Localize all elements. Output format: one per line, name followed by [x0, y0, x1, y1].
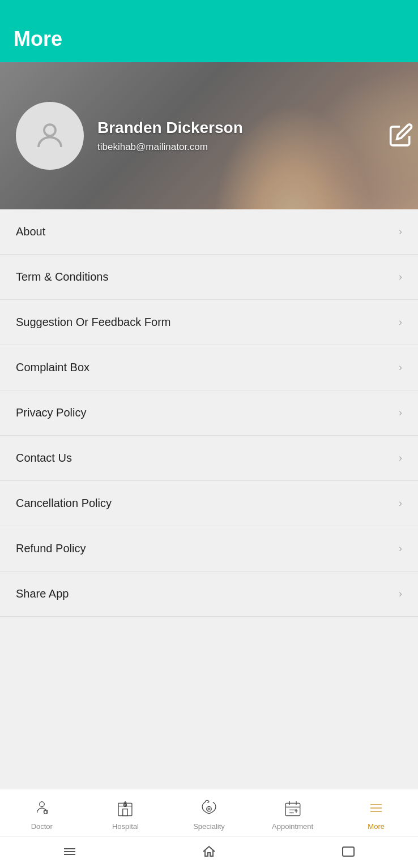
more-icon — [365, 797, 387, 819]
edit-profile-button[interactable] — [384, 118, 418, 154]
menu-item-complaint[interactable]: Complaint Box › — [0, 345, 418, 390]
nav-item-speciality[interactable]: Speciality — [167, 789, 251, 836]
nav-item-hospital[interactable]: Hospital — [84, 789, 168, 836]
menu-item-refund[interactable]: Refund Policy › — [0, 526, 418, 571]
android-nav-home[interactable] — [197, 839, 221, 866]
nav-label-doctor: Doctor — [31, 822, 53, 831]
menu-item-about[interactable]: About › — [0, 209, 418, 255]
nav-item-more[interactable]: More — [334, 789, 418, 836]
avatar — [16, 102, 84, 170]
svg-rect-6 — [123, 809, 128, 816]
page-header: More — [0, 0, 418, 62]
svg-rect-29 — [343, 847, 354, 856]
chevron-right-icon: › — [399, 452, 402, 464]
hospital-icon — [114, 797, 136, 819]
android-nav-back[interactable] — [336, 839, 361, 866]
android-nav-menu[interactable] — [57, 839, 82, 866]
doctor-icon — [31, 797, 53, 819]
profile-content: Branden Dickerson tibekihab@mailinator.c… — [16, 102, 402, 170]
svg-point-0 — [44, 124, 56, 136]
android-nav-bar — [0, 836, 418, 868]
nav-item-doctor[interactable]: Doctor — [0, 789, 84, 836]
bottom-nav: Doctor Hospital — [0, 789, 418, 836]
svg-rect-15 — [285, 803, 300, 816]
chevron-right-icon: › — [399, 362, 402, 373]
profile-banner: Branden Dickerson tibekihab@mailinator.c… — [0, 62, 418, 209]
nav-item-appointment[interactable]: Appointment — [251, 789, 335, 836]
chevron-right-icon: › — [399, 588, 402, 600]
chevron-right-icon: › — [399, 271, 402, 283]
menu-item-cancellation[interactable]: Cancellation Policy › — [0, 481, 418, 526]
menu-item-share[interactable]: Share App › — [0, 571, 418, 617]
menu-item-terms[interactable]: Term & Conditions › — [0, 255, 418, 300]
page-title: More — [14, 27, 62, 51]
menu-item-contact[interactable]: Contact Us › — [0, 436, 418, 481]
nav-label-more: More — [368, 822, 385, 831]
chevron-right-icon: › — [399, 543, 402, 555]
svg-point-1 — [40, 802, 45, 807]
chevron-right-icon: › — [399, 316, 402, 328]
menu-list: About › Term & Conditions › Suggestion O… — [0, 209, 418, 617]
chevron-right-icon: › — [399, 407, 402, 419]
menu-item-privacy[interactable]: Privacy Policy › — [0, 390, 418, 436]
profile-email: tibekihab@mailinator.com — [97, 141, 402, 153]
chevron-right-icon: › — [399, 497, 402, 509]
profile-name: Branden Dickerson — [97, 119, 402, 137]
profile-info: Branden Dickerson tibekihab@mailinator.c… — [97, 119, 402, 153]
chevron-right-icon: › — [399, 226, 402, 238]
menu-item-feedback[interactable]: Suggestion Or Feedback Form › — [0, 300, 418, 345]
nav-label-appointment: Appointment — [272, 822, 313, 831]
appointment-icon — [282, 797, 304, 819]
nav-label-hospital: Hospital — [112, 822, 139, 831]
nav-label-speciality: Speciality — [193, 822, 225, 831]
speciality-icon — [198, 797, 220, 819]
